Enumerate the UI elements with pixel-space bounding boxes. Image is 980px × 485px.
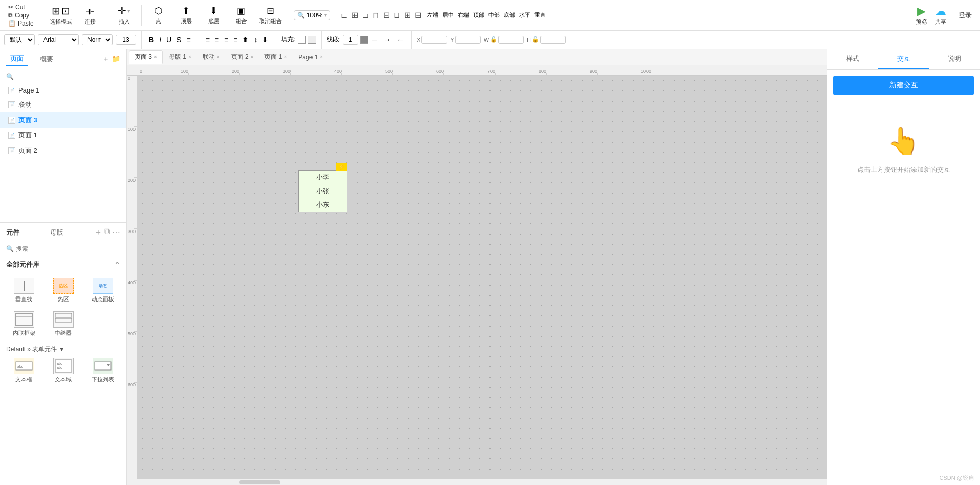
- tab-page1-close[interactable]: ×: [284, 54, 287, 60]
- more-comp-button[interactable]: ⋯: [112, 227, 120, 238]
- add-page-button[interactable]: ＋: [102, 55, 109, 64]
- comp-dynamic-panel[interactable]: 动态 动态面板: [85, 275, 120, 305]
- fill-color-picker[interactable]: [298, 36, 306, 44]
- comp-inline-frame[interactable]: 内联框架: [6, 309, 41, 339]
- tab-page1-en[interactable]: Page 1 ×: [293, 52, 328, 63]
- comp-sub-category[interactable]: Default » 表单元件 ▼: [0, 343, 126, 356]
- x-input[interactable]: [421, 36, 447, 44]
- bold-button[interactable]: B: [147, 35, 156, 45]
- ungroup-button[interactable]: ⊟ 取消组合: [256, 5, 285, 25]
- text-align-center-button[interactable]: ≡: [213, 35, 221, 45]
- dot-button[interactable]: ⬡ 点: [146, 5, 171, 25]
- text-valign-middle-button[interactable]: ↕: [252, 35, 259, 45]
- list-button[interactable]: ≡: [184, 35, 192, 45]
- stroke-end2-button[interactable]: ←: [395, 35, 406, 45]
- tab-interact[interactable]: 交互: [878, 49, 929, 69]
- bottom-layer-button[interactable]: ⬇ 底层: [201, 5, 227, 25]
- comp-textarea[interactable]: abcabc 文本域: [46, 356, 81, 385]
- widget-row-2[interactable]: 小张: [298, 184, 347, 198]
- align-middle-button[interactable]: ⊟: [382, 9, 391, 21]
- tab-page2[interactable]: 页面 2 ×: [226, 51, 259, 63]
- components-tab[interactable]: 元件: [6, 228, 19, 237]
- align-top-button[interactable]: ⊓: [371, 9, 381, 21]
- h-input[interactable]: [540, 36, 566, 44]
- widget-row-1[interactable]: 小李: [298, 170, 347, 184]
- tab-page1-en-close[interactable]: ×: [320, 54, 323, 60]
- copy-comp-button[interactable]: ⧉: [104, 227, 110, 238]
- align-horizontal-button[interactable]: ⊞: [403, 9, 412, 21]
- new-interaction-button[interactable]: 新建交互: [833, 76, 974, 95]
- tab-liandong-close[interactable]: ×: [217, 54, 220, 60]
- align-center-button[interactable]: ⊞: [350, 9, 360, 21]
- tab-motherplate1[interactable]: 母版 1 ×: [164, 51, 196, 63]
- paste-button[interactable]: 📋 Paste: [8, 19, 34, 28]
- insert-button[interactable]: ✛ ▾ 插入: [112, 5, 137, 26]
- page-search-input[interactable]: [16, 73, 120, 80]
- tab-pages[interactable]: 页面: [6, 52, 28, 66]
- cut-button[interactable]: ✂ Cut: [8, 3, 34, 11]
- comp-hotspot[interactable]: 热区 热区: [46, 275, 81, 305]
- comp-vertical-line[interactable]: 垂直线: [6, 275, 41, 305]
- underline-button[interactable]: U: [164, 35, 173, 45]
- tab-style[interactable]: 样式: [827, 49, 878, 69]
- zoom-control[interactable]: 🔍 100% ▾: [294, 10, 331, 20]
- comp-dropdown[interactable]: 下拉列表: [85, 356, 120, 385]
- text-valign-bottom-button[interactable]: ⬇: [260, 35, 271, 45]
- align-right-button[interactable]: ⊐: [361, 9, 370, 21]
- fill-color-picker2[interactable]: [308, 36, 316, 44]
- comp-textbox[interactable]: abc 文本框: [6, 356, 41, 385]
- y-input[interactable]: [455, 36, 481, 44]
- copy-button[interactable]: ⧉ Copy: [8, 11, 34, 19]
- stroke-value-input[interactable]: [343, 35, 358, 45]
- add-folder-button[interactable]: 📁: [112, 55, 120, 64]
- connect-button[interactable]: ⟛ 连接: [77, 5, 103, 26]
- stroke-end-button[interactable]: →: [382, 35, 393, 45]
- group-button[interactable]: ▣ 组合: [229, 5, 254, 25]
- page-item-page1[interactable]: 📄 Page 1: [0, 83, 126, 97]
- tab-page3-close[interactable]: ×: [154, 54, 157, 60]
- font-family-select[interactable]: Arial: [38, 34, 79, 45]
- align-vertical-button[interactable]: ⊟: [413, 9, 423, 21]
- page-item-liandong[interactable]: 📄 联动: [0, 97, 126, 112]
- stroke-style-button[interactable]: ─: [370, 35, 380, 45]
- default-select[interactable]: 默认: [4, 34, 35, 45]
- text-align-left-button[interactable]: ≡: [204, 35, 212, 45]
- strikethrough-button[interactable]: S: [174, 35, 183, 45]
- canvas-container[interactable]: 0 100 200 300 400 500 600 700 800 900 10…: [127, 65, 827, 485]
- share-button[interactable]: ☁ 共享: [935, 5, 946, 26]
- align-left-button[interactable]: ⊏: [339, 9, 349, 21]
- comp-search-input[interactable]: [16, 245, 120, 252]
- text-align-right-button[interactable]: ≡: [222, 35, 230, 45]
- top-layer-button[interactable]: ⬆ 顶层: [173, 5, 199, 25]
- tab-page2-close[interactable]: ×: [251, 54, 254, 60]
- tab-motherplate1-close[interactable]: ×: [188, 54, 191, 60]
- normal-style-select[interactable]: Normal: [82, 34, 113, 45]
- w-input[interactable]: [498, 36, 524, 44]
- scrollbar-thumb[interactable]: [239, 480, 280, 484]
- page-item-page3[interactable]: 📄 页面 3: [0, 112, 126, 128]
- tab-explain[interactable]: 说明: [929, 49, 980, 69]
- add-comp-button[interactable]: ＋: [94, 227, 102, 238]
- text-valign-top-button[interactable]: ⬆: [240, 35, 251, 45]
- widget-row-3[interactable]: 小东: [298, 198, 347, 212]
- align-bottom-button[interactable]: ⊔: [392, 9, 402, 21]
- tab-page1[interactable]: 页面 1 ×: [259, 51, 292, 63]
- login-button[interactable]: 登录: [954, 9, 976, 22]
- page-item-page2[interactable]: 📄 页面 2: [0, 143, 126, 158]
- tab-page3[interactable]: 页面 3 ×: [129, 50, 163, 64]
- tab-liandong[interactable]: 联动 ×: [197, 51, 225, 63]
- tab-overview[interactable]: 概要: [36, 53, 57, 66]
- page-item-page1-2[interactable]: 📄 页面 1: [0, 128, 126, 143]
- master-tab[interactable]: 母版: [50, 228, 63, 237]
- canvas-inner[interactable]: ⚡ 小李 小张 小东: [137, 76, 827, 485]
- stroke-color-picker[interactable]: [360, 36, 368, 44]
- text-align-justify-button[interactable]: ≡: [231, 35, 239, 45]
- select-mode-button[interactable]: ⊞ ⊡ 选择模式: [47, 5, 75, 26]
- canvas-dropdown-widget[interactable]: ⚡ 小李 小张 小东: [298, 170, 347, 212]
- italic-button[interactable]: I: [157, 35, 163, 45]
- comp-relay[interactable]: 中继器: [46, 309, 81, 339]
- font-size-input[interactable]: [116, 35, 136, 45]
- expand-icon[interactable]: ⌃: [114, 261, 120, 269]
- bottom-scrollbar[interactable]: [137, 479, 827, 485]
- preview-button[interactable]: ▶ 预览: [916, 5, 927, 26]
